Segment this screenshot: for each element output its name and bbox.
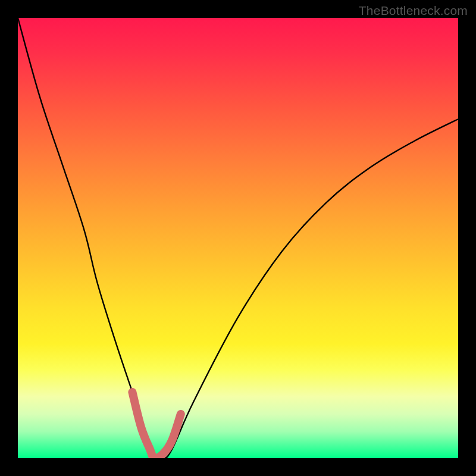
curve-layer: [18, 18, 458, 458]
bottleneck-curve: [18, 18, 458, 458]
chart-stage: TheBottleneck.com: [0, 0, 476, 476]
valley-marker: [132, 392, 180, 458]
plot-area: [18, 18, 458, 458]
watermark-text: TheBottleneck.com: [359, 4, 468, 18]
